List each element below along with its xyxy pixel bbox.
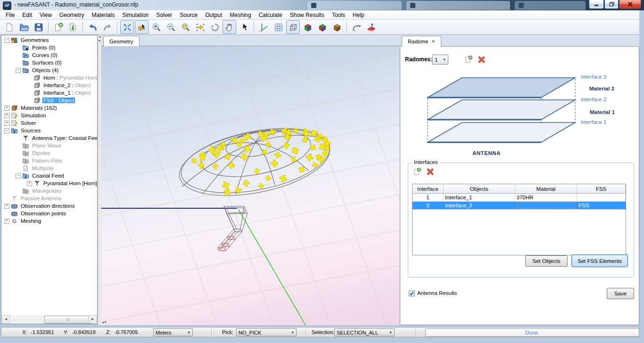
tree-item-solver[interactable]: +Solver — [1, 119, 97, 127]
tree-item-multipole[interactable]: Multipole — [1, 164, 97, 172]
menu-item-file[interactable]: File — [2, 11, 18, 19]
menu-item-tools[interactable]: Tools — [328, 11, 349, 19]
menu-item-calculate[interactable]: Calculate — [255, 11, 286, 19]
pick-rotate-button[interactable] — [135, 20, 149, 34]
tree-item-horn[interactable]: Horn : Pyramidal Horn — [1, 74, 97, 82]
collapse-icon[interactable]: − — [16, 173, 21, 179]
far-field-button[interactable] — [364, 20, 378, 34]
tree-item-coaxial-feed[interactable]: −Coaxial Feed — [1, 172, 97, 180]
zoom-in-button[interactable] — [149, 20, 163, 34]
menu-item-output[interactable]: Output — [201, 11, 226, 19]
expand-icon[interactable]: + — [4, 106, 9, 111]
grid-button[interactable] — [272, 20, 285, 34]
scroll-left-arrow[interactable]: ◄ — [2, 315, 10, 323]
tree-item-observation-directions[interactable]: +Observation directions — [1, 202, 97, 210]
delete-radome-button[interactable] — [477, 55, 486, 64]
collapse-icon[interactable]: − — [4, 38, 9, 43]
menu-item-geometry[interactable]: Geometry — [56, 11, 88, 19]
restore-button[interactable] — [604, 0, 619, 9]
rotate-arc-button[interactable] — [350, 20, 363, 34]
pan-view-button[interactable] — [223, 20, 236, 34]
tree-item-passive-antenna[interactable]: Passive Antenna — [1, 195, 97, 202]
axes-button[interactable] — [257, 20, 271, 34]
new-file-button[interactable] — [2, 20, 16, 34]
tree-item-points-0[interactable]: Points (0) — [1, 44, 97, 51]
selection-select[interactable]: SELECTION_ALL▼ — [334, 328, 395, 336]
menu-item-simulation[interactable]: Simulation — [118, 11, 152, 19]
step-axes-button[interactable] — [193, 20, 207, 34]
tree-item-pyramidal-horn-horn[interactable]: +Pyramidal Horn [Horn] — [1, 180, 97, 187]
tree-item-interface-1[interactable]: Interface_1 : Object — [1, 89, 97, 97]
scrollbar-thumb[interactable]: ||| — [44, 316, 92, 324]
set-objects-button[interactable]: Set Objects — [525, 255, 568, 267]
tab-geometry[interactable]: Geometry — [103, 36, 140, 47]
tab-close-icon[interactable]: ✕ — [431, 39, 435, 44]
tree-item-interface-2[interactable]: Interface_2 : Object — [1, 82, 97, 89]
tree-item-materials-162[interactable]: +Materials (162) — [1, 104, 97, 112]
viewport-canvas[interactable]: ▴▾ — [101, 46, 400, 325]
collapse-icon[interactable]: − — [4, 128, 9, 133]
table-cell[interactable]: 370HR — [515, 194, 578, 201]
tree-item-dipoles[interactable]: Dipoles — [1, 149, 97, 157]
add-interface-button[interactable] — [412, 167, 421, 176]
close-button[interactable] — [619, 0, 641, 9]
tree-horizontal-scrollbar[interactable]: ◄ ||| ► — [2, 315, 97, 323]
table-cell[interactable]: FSS — [577, 202, 626, 209]
tree-item-pattern-files[interactable]: Pattern Files — [1, 157, 97, 164]
tree-item-geometries[interactable]: −Geometries — [1, 36, 97, 44]
minimize-button[interactable] — [589, 0, 604, 9]
menu-item-solver[interactable]: Solver — [152, 11, 176, 19]
units-select[interactable]: Meters▼ — [153, 328, 193, 336]
menu-item-materials[interactable]: Materials — [88, 11, 119, 19]
tree-item-curves-0[interactable]: Curves (0) — [1, 51, 97, 59]
menu-item-meshing[interactable]: Meshing — [226, 11, 255, 19]
scroll-right-arrow[interactable]: ► — [89, 315, 97, 323]
tree-item-simulation[interactable]: +Simulation — [1, 112, 97, 119]
expand-icon[interactable]: + — [27, 181, 32, 186]
table-cell[interactable]: Interface_1 — [444, 194, 515, 201]
expand-icon[interactable]: + — [4, 113, 9, 118]
tree-item-plane-wave[interactable]: Plane Wave — [1, 142, 97, 149]
viewport-corner-handle[interactable]: ▴▾ — [102, 320, 107, 324]
menu-item-help[interactable]: Help — [349, 11, 368, 19]
expand-icon[interactable]: + — [4, 121, 9, 126]
tree-item-surfaces-0[interactable]: Surfaces (0) — [1, 59, 97, 66]
menu-item-show-results[interactable]: Show Results — [286, 11, 328, 19]
view-textured-button[interactable] — [330, 20, 344, 34]
add-radome-button[interactable] — [463, 55, 473, 64]
table-row[interactable]: 2Interface_2FSS — [413, 202, 626, 210]
tree-item-antenna-type-coaxial-feed[interactable]: Antenna Type: Coaxial Feed — [1, 134, 97, 142]
fit-view-button[interactable] — [120, 20, 134, 34]
tree-item-observation-points[interactable]: Observation points — [1, 210, 97, 217]
zoom-out-button[interactable] — [164, 20, 178, 34]
delete-interface-button[interactable] — [425, 167, 435, 176]
pick-select[interactable]: NO_PICK▼ — [236, 328, 297, 336]
new-geometry-button[interactable] — [51, 20, 65, 34]
undo-button[interactable] — [86, 20, 99, 34]
table-cell[interactable] — [515, 202, 578, 209]
view-wireframe-button[interactable] — [286, 20, 300, 34]
save-button[interactable]: Save — [607, 288, 634, 299]
tree-item-waveguides[interactable]: Waveguides — [1, 187, 97, 195]
redo-button[interactable] — [100, 20, 114, 34]
expand-icon[interactable]: + — [4, 219, 9, 224]
menu-item-source[interactable]: Source — [176, 11, 201, 19]
table-cell[interactable]: 2 — [413, 202, 444, 209]
tree-item-objects-4[interactable]: −Objects (4) — [1, 66, 97, 74]
select-cursor-button[interactable] — [237, 20, 251, 34]
tree-item-fss-object[interactable]: FSS : Object — [1, 97, 97, 104]
panel-splitter[interactable]: ◂▸ — [98, 35, 101, 325]
view-solid-button[interactable] — [301, 20, 314, 34]
tree-item-sources[interactable]: −Sources — [1, 127, 97, 134]
view-solid-hidden-button[interactable] — [315, 20, 329, 34]
tab-radome[interactable]: Radome ✕ — [402, 36, 441, 47]
table-cell[interactable] — [577, 194, 626, 201]
table-cell[interactable]: Interface_2 — [444, 202, 515, 209]
antenna-results-checkbox[interactable] — [409, 290, 415, 296]
save-file-button[interactable] — [32, 20, 45, 34]
zoom-window-button[interactable] — [179, 20, 192, 34]
table-cell[interactable]: 1 — [413, 194, 444, 201]
radome-number-select[interactable]: 1▼ — [432, 55, 448, 65]
set-fss-elements-button[interactable]: Set FSS Elements — [571, 254, 628, 267]
import-geometry-button[interactable] — [66, 20, 80, 34]
